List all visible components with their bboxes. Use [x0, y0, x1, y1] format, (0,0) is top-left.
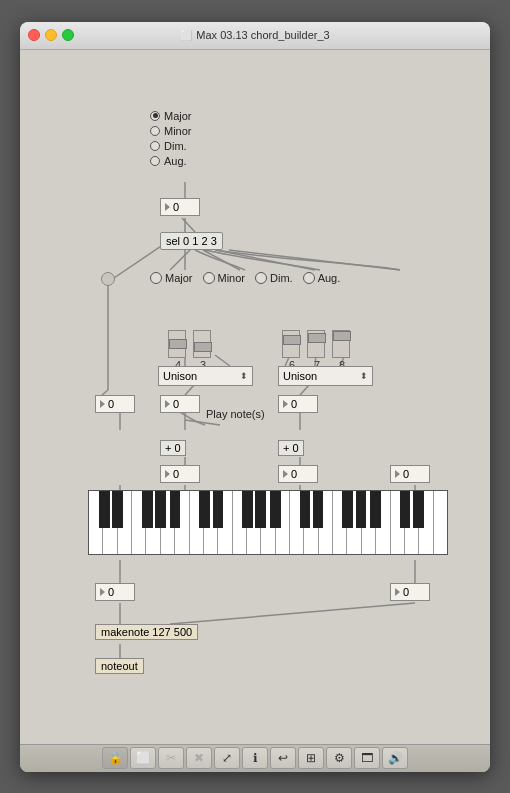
umenu-right[interactable]: Unison ⬍	[278, 366, 373, 386]
nb-piano-left-value: 0	[108, 586, 114, 598]
nb-piano-left[interactable]: 0	[95, 583, 135, 601]
grid-button[interactable]: ⊞	[298, 747, 324, 769]
svg-line-6	[229, 250, 400, 270]
cut-button[interactable]: ✂	[158, 747, 184, 769]
lock-button[interactable]: 🔒	[102, 747, 128, 769]
slider-7[interactable]: 7	[307, 330, 327, 358]
noteout-label: noteout	[101, 660, 138, 672]
toggle-circle[interactable]	[101, 272, 115, 286]
patch-content: Major Minor Dim. Aug. 0	[20, 50, 490, 744]
radio-aug[interactable]: Aug.	[150, 155, 192, 167]
h-radio-major[interactable]: Major	[150, 272, 193, 284]
chord-type-h-radio: Major Minor Dim. Aug.	[150, 272, 348, 284]
nb-left[interactable]: 0	[95, 395, 135, 413]
nb-plus-right-tri	[283, 470, 288, 478]
window-button[interactable]: 🗖	[354, 747, 380, 769]
umenu-left[interactable]: Unison ⬍	[158, 366, 253, 386]
radio-dim-circle[interactable]	[150, 141, 160, 151]
svg-line-3	[170, 250, 190, 270]
h-radio-dim[interactable]: Dim.	[255, 272, 293, 284]
radio-major[interactable]: Major	[150, 110, 192, 122]
umenu-right-value: Unison	[283, 370, 317, 382]
settings-button[interactable]: ⚙	[326, 747, 352, 769]
radio-dim[interactable]: Dim.	[150, 140, 192, 152]
back-button[interactable]: ↩	[270, 747, 296, 769]
h-radio-aug-circle[interactable]	[303, 272, 315, 284]
nb-right-tri	[283, 400, 288, 408]
nb-piano-left-tri	[100, 588, 105, 596]
minimize-button[interactable]	[45, 29, 57, 41]
toolbar: 🔒 ⬜ ✂ ✖ ⤢ ℹ ↩ ⊞ ⚙ 🗖 🔊	[20, 744, 490, 772]
radio-aug-circle[interactable]	[150, 156, 160, 166]
close-button[interactable]	[28, 29, 40, 41]
h-radio-aug-label: Aug.	[318, 272, 341, 284]
umenu-left-value: Unison	[163, 370, 197, 382]
radio-major-circle[interactable]	[150, 111, 160, 121]
nb1-value: 0	[173, 201, 179, 213]
nb-plus-left-tri	[165, 470, 170, 478]
resize-button[interactable]: ⤢	[214, 747, 240, 769]
slider-group-left: 4 3	[168, 330, 213, 358]
h-radio-aug[interactable]: Aug.	[303, 272, 341, 284]
svg-line-5	[216, 250, 315, 270]
title-icon: ⬜	[180, 30, 192, 41]
slider-3[interactable]: 3	[193, 330, 213, 358]
nb-mid[interactable]: 0	[160, 395, 200, 413]
play-notes-label: Play note(s)	[206, 408, 265, 420]
makenote-label: makenote 127 500	[101, 626, 192, 638]
nb-plus-right-value: 0	[291, 468, 297, 480]
slider-4[interactable]: 4	[168, 330, 188, 358]
plus-obj-left[interactable]: + 0	[160, 440, 186, 456]
nb-left-tri	[100, 400, 105, 408]
h-radio-dim-label: Dim.	[270, 272, 293, 284]
umenu-left-arrow: ⬍	[240, 371, 248, 381]
copy-button[interactable]: ⬜	[130, 747, 156, 769]
chord-type-radio-group: Major Minor Dim. Aug.	[150, 110, 192, 170]
h-radio-minor[interactable]: Minor	[203, 272, 246, 284]
slider-8[interactable]: 8	[332, 330, 352, 358]
input-number-box[interactable]: 0	[160, 198, 200, 216]
svg-line-4	[203, 250, 240, 270]
nb-plus-right[interactable]: 0	[278, 465, 318, 483]
nb-mid-value: 0	[173, 398, 179, 410]
h-radio-minor-circle[interactable]	[203, 272, 215, 284]
makenote-object[interactable]: makenote 127 500	[95, 624, 198, 640]
sel-object[interactable]: sel 0 1 2 3	[160, 232, 223, 250]
radio-major-label: Major	[164, 110, 192, 122]
h-radio-major-label: Major	[165, 272, 193, 284]
nb-left-value: 0	[108, 398, 114, 410]
patch-cords	[20, 50, 490, 744]
traffic-lights[interactable]	[28, 29, 74, 41]
svg-line-2	[182, 218, 195, 232]
radio-minor-circle[interactable]	[150, 126, 160, 136]
radio-minor[interactable]: Minor	[150, 125, 192, 137]
patch-area[interactable]: Major Minor Dim. Aug. 0	[20, 50, 490, 744]
titlebar: ⬜ Max 03.13 chord_builder_3	[20, 22, 490, 50]
slider-6[interactable]: 6	[282, 330, 302, 358]
noteout-object[interactable]: noteout	[95, 658, 144, 674]
window-title: ⬜ Max 03.13 chord_builder_3	[180, 29, 329, 41]
nb-far-right[interactable]: 0	[390, 465, 430, 483]
nb-mid-tri	[165, 400, 170, 408]
nb-right-value: 0	[291, 398, 297, 410]
nb-right[interactable]: 0	[278, 395, 318, 413]
piano-keyboard[interactable]	[88, 490, 448, 555]
info-button[interactable]: ℹ	[242, 747, 268, 769]
umenu-right-arrow: ⬍	[360, 371, 368, 381]
h-radio-dim-circle[interactable]	[255, 272, 267, 284]
h-radio-major-circle[interactable]	[150, 272, 162, 284]
nb-plus-left[interactable]: 0	[160, 465, 200, 483]
maximize-button[interactable]	[62, 29, 74, 41]
svg-line-17	[185, 420, 220, 425]
radio-dim-label: Dim.	[164, 140, 187, 152]
nb-far-right-value: 0	[403, 468, 409, 480]
nb-far-right-tri	[395, 470, 400, 478]
plus-obj-right[interactable]: + 0	[278, 440, 304, 456]
svg-line-8	[215, 355, 230, 366]
nb-piano-right-value: 0	[403, 586, 409, 598]
nb-plus-left-value: 0	[173, 468, 179, 480]
nb-piano-right[interactable]: 0	[390, 583, 430, 601]
radio-aug-label: Aug.	[164, 155, 187, 167]
speaker-button[interactable]: 🔊	[382, 747, 408, 769]
delete-button[interactable]: ✖	[186, 747, 212, 769]
